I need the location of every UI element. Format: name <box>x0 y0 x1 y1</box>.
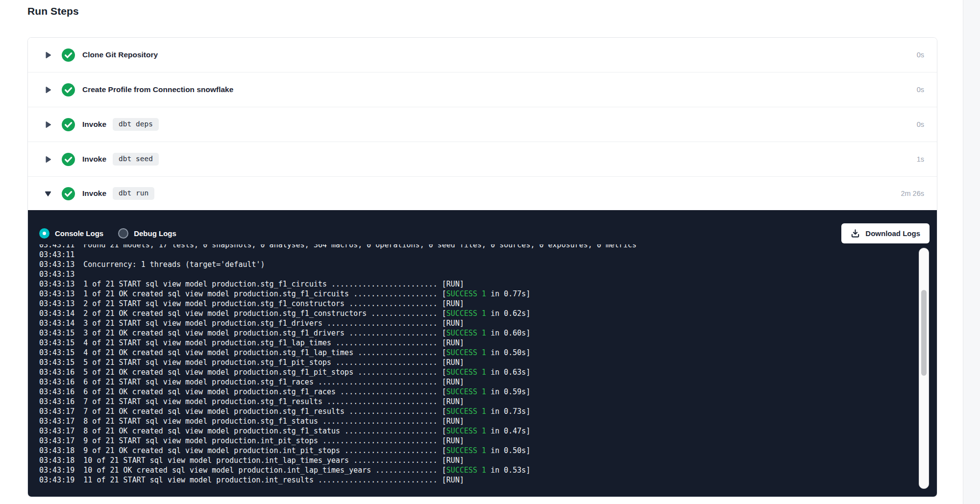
log-line: 03:43:16 5 of 21 OK created sql view mod… <box>39 367 917 377</box>
log-line: 03:43:16 6 of 21 OK created sql view mod… <box>39 387 917 397</box>
log-line: 03:43:15 3 of 21 OK created sql view mod… <box>39 328 917 338</box>
log-line: 03:43:19 11 of 21 START sql view model p… <box>39 475 917 485</box>
log-line: 03:43:19 10 of 21 OK created sql view mo… <box>39 465 917 475</box>
log-line: 03:43:15 4 of 21 OK created sql view mod… <box>39 348 917 358</box>
download-button-label: Download Logs <box>865 229 920 238</box>
log-line: 03:43:13 <box>39 269 917 279</box>
step-row-invoke-dbt-run[interactable]: Invoke dbt run 2m 26s <box>28 177 937 210</box>
log-toolbar: Console Logs Debug Logs Download Logs <box>28 210 937 244</box>
log-line: 03:43:18 9 of 21 OK created sql view mod… <box>39 446 917 456</box>
log-content: 03:43:11 Found 21 models, 17 tests, 0 sn… <box>39 244 917 485</box>
log-line: 03:43:14 2 of 21 OK created sql view mod… <box>39 309 917 318</box>
log-line: 03:43:17 7 of 21 OK created sql view mod… <box>39 407 917 416</box>
radio-selected-icon[interactable] <box>39 228 49 239</box>
run-steps-card: Clone Git Repository 0s Create Profile f… <box>27 37 937 497</box>
log-line: 03:43:15 4 of 21 START sql view model pr… <box>39 338 917 348</box>
log-line: 03:43:13 Concurrency: 1 threads (target=… <box>39 260 917 269</box>
step-row-invoke-dbt-seed[interactable]: Invoke dbt seed 1s <box>28 142 937 177</box>
radio-console-logs[interactable]: Console Logs <box>39 228 103 239</box>
step-duration: 1s <box>917 155 924 163</box>
download-logs-button[interactable]: Download Logs <box>841 223 930 243</box>
radio-label: Console Logs <box>55 229 103 238</box>
chevron-right-icon[interactable] <box>45 121 51 128</box>
chevron-right-icon[interactable] <box>45 156 51 163</box>
step-label: Clone Git Repository <box>82 50 158 59</box>
log-line: 03:43:16 7 of 21 START sql view model pr… <box>39 397 917 407</box>
step-label: Invoke <box>82 120 106 129</box>
log-line: 03:43:11 Found 21 models, 17 tests, 0 sn… <box>39 244 917 250</box>
log-line: 03:43:16 6 of 21 START sql view model pr… <box>39 377 917 387</box>
command-badge: dbt deps <box>113 118 159 131</box>
step-label: Create Profile from Connection snowflake <box>82 85 233 94</box>
step-duration: 0s <box>917 120 924 128</box>
step-duration: 2m 26s <box>901 190 924 197</box>
success-check-icon <box>62 48 75 62</box>
log-viewport[interactable]: 03:43:11 Found 21 models, 17 tests, 0 sn… <box>28 244 917 492</box>
step-row-create-profile[interactable]: Create Profile from Connection snowflake… <box>28 72 937 107</box>
step-row-clone-git-repository[interactable]: Clone Git Repository 0s <box>28 38 937 72</box>
chevron-down-icon[interactable] <box>45 191 51 197</box>
log-line: 03:43:17 8 of 21 OK created sql view mod… <box>39 426 917 436</box>
success-check-icon <box>62 83 75 96</box>
step-label: Invoke <box>82 155 106 164</box>
log-line: 03:43:11 <box>39 250 917 260</box>
log-line: 03:43:18 10 of 21 START sql view model p… <box>39 456 917 465</box>
log-scrollbar-thumb[interactable] <box>921 290 927 376</box>
log-line: 03:43:17 9 of 21 START sql view model pr… <box>39 436 917 446</box>
log-scrollbar-track[interactable] <box>919 248 929 489</box>
step-row-invoke-dbt-deps[interactable]: Invoke dbt deps 0s <box>28 107 937 142</box>
success-check-icon <box>62 118 75 131</box>
radio-label: Debug Logs <box>134 229 176 238</box>
step-duration: 0s <box>917 51 924 59</box>
chevron-right-icon[interactable] <box>45 86 51 94</box>
command-badge: dbt run <box>113 187 154 200</box>
log-type-radio-group: Console Logs Debug Logs <box>39 228 176 239</box>
download-icon <box>851 229 860 238</box>
page-title: Run Steps <box>27 5 79 17</box>
console-log-panel: Console Logs Debug Logs Download Logs 03… <box>28 210 937 497</box>
step-label: Invoke <box>82 189 106 198</box>
log-line: 03:43:13 1 of 21 OK created sql view mod… <box>39 289 917 299</box>
success-check-icon <box>62 187 75 200</box>
log-line: 03:43:17 8 of 21 START sql view model pr… <box>39 416 917 426</box>
log-line: 03:43:13 1 of 21 START sql view model pr… <box>39 279 917 289</box>
command-badge: dbt seed <box>113 153 159 166</box>
chevron-right-icon[interactable] <box>45 51 51 59</box>
success-check-icon <box>62 153 75 166</box>
page-scroll-gutter <box>963 0 980 504</box>
radio-unselected-icon[interactable] <box>118 228 128 239</box>
radio-debug-logs[interactable]: Debug Logs <box>118 228 176 239</box>
log-line: 03:43:13 2 of 21 START sql view model pr… <box>39 299 917 309</box>
log-line: 03:43:14 3 of 21 START sql view model pr… <box>39 318 917 328</box>
log-line: 03:43:15 5 of 21 START sql view model pr… <box>39 358 917 367</box>
step-duration: 0s <box>917 86 924 94</box>
